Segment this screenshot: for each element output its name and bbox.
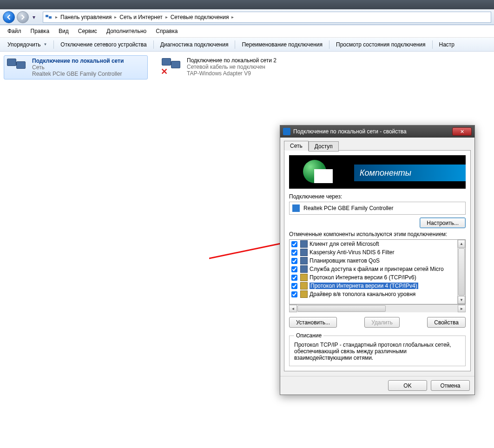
separator: [53, 40, 54, 49]
organize-button[interactable]: Упорядочить▼: [3, 40, 52, 50]
diagnose-button[interactable]: Диагностика подключения: [156, 40, 233, 50]
svg-rect-1: [49, 16, 52, 19]
component-checkbox[interactable]: [291, 266, 297, 272]
chevron-right-icon: ▸: [231, 14, 234, 20]
scroll-right-button[interactable]: ►: [458, 305, 466, 312]
menu-file[interactable]: Файл: [4, 27, 25, 35]
network-icon: [6, 58, 28, 76]
description-group: Описание Протокол TCP/IP - стандартный п…: [289, 332, 466, 366]
connection-status: Сеть: [32, 64, 124, 71]
scroll-thumb[interactable]: [297, 305, 386, 312]
dialog-footer: OK Отмена: [280, 376, 474, 395]
component-item[interactable]: Клиент для сетей Microsoft: [290, 240, 457, 248]
component-label: Протокол Интернета версии 4 (TCP/IPv4): [310, 283, 418, 289]
component-checkbox[interactable]: [291, 258, 297, 264]
network-icon: ✕: [161, 57, 183, 76]
svg-rect-0: [46, 15, 48, 17]
nic-icon: [292, 204, 300, 212]
close-button[interactable]: ✕: [452, 127, 472, 136]
disable-device-button[interactable]: Отключение сетевого устройства: [56, 40, 151, 50]
service-icon: [300, 257, 308, 264]
back-button[interactable]: [3, 11, 15, 23]
nic-icon: [283, 128, 290, 135]
breadcrumb-item[interactable]: Сетевые подключения▸: [171, 14, 234, 20]
properties-dialog: Подключение по локальной сети - свойства…: [280, 125, 475, 395]
menu-bar: Файл Правка Вид Сервис Дополнительно Спр…: [0, 25, 494, 38]
tab-network[interactable]: Сеть: [284, 141, 309, 151]
component-item[interactable]: Планировщик пакетов QoS: [290, 257, 457, 265]
menu-advanced[interactable]: Дополнительно: [103, 27, 150, 35]
component-item[interactable]: Протокол Интернета версии 6 (TCP/IPv6): [290, 273, 457, 282]
component-item[interactable]: Kaspersky Anti-Virus NDIS 6 Filter: [290, 248, 457, 257]
configure-button[interactable]: Настроить...: [420, 217, 466, 228]
component-item[interactable]: Протокол Интернета версии 4 (TCP/IPv4): [290, 282, 457, 290]
separator: [153, 40, 154, 49]
component-checkbox[interactable]: [291, 291, 297, 297]
command-bar: Упорядочить▼ Отключение сетевого устройс…: [0, 38, 494, 52]
protocol-icon: [300, 290, 308, 298]
chevron-right-icon: ▸: [165, 14, 168, 20]
chevron-down-icon: ▼: [43, 42, 47, 46]
component-label: Планировщик пакетов QoS: [310, 257, 380, 264]
service-icon: [300, 249, 308, 256]
component-label: Драйвер в/в тополога канального уровня: [310, 291, 415, 297]
content-area: Подключение по локальной сети Сеть Realt…: [0, 52, 494, 448]
dialog-titlebar[interactable]: Подключение по локальной сети - свойства…: [280, 125, 474, 138]
disconnected-icon: ✕: [161, 66, 168, 77]
component-item[interactable]: Драйвер в/в тополога канального уровня: [290, 290, 457, 298]
separator: [432, 40, 433, 49]
menu-tools[interactable]: Сервис: [74, 27, 101, 35]
component-checkbox[interactable]: [291, 275, 297, 281]
component-label: Протокол Интернета версии 6 (TCP/IPv6): [310, 274, 416, 281]
card-icon: [314, 169, 333, 183]
explorer-navbar: ▾ ▸ Панель управления▸ Сеть и Интернет▸ …: [0, 9, 494, 25]
scroll-thumb[interactable]: [458, 248, 465, 296]
component-checkbox[interactable]: [291, 241, 297, 247]
chevron-right-icon: ▸: [114, 14, 117, 20]
ok-button[interactable]: OK: [388, 380, 427, 391]
service-icon: [300, 265, 308, 273]
menu-help[interactable]: Справка: [152, 27, 181, 35]
connection-title: Подключение по локальной сети 2: [187, 57, 277, 64]
component-item[interactable]: Служба доступа к файлам и принтерам сете…: [290, 265, 457, 273]
address-bar[interactable]: ▸ Панель управления▸ Сеть и Интернет▸ Се…: [43, 12, 491, 23]
menu-view[interactable]: Вид: [55, 27, 72, 35]
connect-via-label: Подключение через:: [289, 193, 466, 200]
components-banner: Компоненты: [289, 155, 466, 189]
description-legend: Описание: [294, 332, 323, 339]
properties-button[interactable]: Свойства: [427, 317, 466, 328]
tab-strip: Сеть Доступ: [284, 140, 471, 151]
chevron-right-icon: ▸: [55, 14, 58, 20]
forward-button[interactable]: [17, 11, 29, 23]
connection-item[interactable]: ✕ Подключение по локальной сети 2 Сетево…: [159, 55, 303, 79]
install-button[interactable]: Установить...: [289, 317, 337, 328]
separator: [329, 40, 329, 49]
menu-edit[interactable]: Правка: [27, 27, 53, 35]
scroll-up-button[interactable]: ▲: [458, 240, 465, 248]
adapter-field[interactable]: Realtek PCIe GBE Family Controller: [289, 202, 466, 215]
settings-button[interactable]: Настр: [435, 40, 460, 50]
connection-status: Сетевой кабель не подключен: [187, 64, 277, 70]
service-icon: [300, 240, 308, 248]
breadcrumb-item[interactable]: Панель управления▸: [60, 14, 117, 20]
cancel-button[interactable]: Отмена: [431, 380, 470, 391]
rename-button[interactable]: Переименование подключения: [237, 40, 327, 50]
remove-button[interactable]: Удалить: [364, 317, 400, 328]
components-label: Отмеченные компоненты используются этим …: [289, 231, 466, 237]
banner-text: Компоненты: [354, 165, 466, 181]
view-status-button[interactable]: Просмотр состояния подключения: [331, 40, 430, 50]
tab-access[interactable]: Доступ: [309, 141, 339, 152]
connection-item[interactable]: Подключение по локальной сети Сеть Realt…: [4, 55, 148, 79]
scrollbar-vertical[interactable]: ▲ ▼: [457, 240, 465, 304]
breadcrumb-item[interactable]: Сеть и Интернет▸: [119, 14, 167, 20]
scrollbar-horizontal[interactable]: ◄ ►: [289, 304, 466, 312]
protocol-icon: [300, 282, 308, 290]
component-checkbox[interactable]: [291, 283, 297, 289]
protocol-icon: [300, 274, 308, 281]
window-chrome: [0, 0, 494, 9]
history-dropdown[interactable]: ▾: [31, 14, 37, 20]
component-label: Kaspersky Anti-Virus NDIS 6 Filter: [310, 249, 395, 256]
scroll-down-button[interactable]: ▼: [458, 296, 465, 304]
component-checkbox[interactable]: [291, 250, 297, 256]
scroll-left-button[interactable]: ◄: [289, 305, 297, 312]
